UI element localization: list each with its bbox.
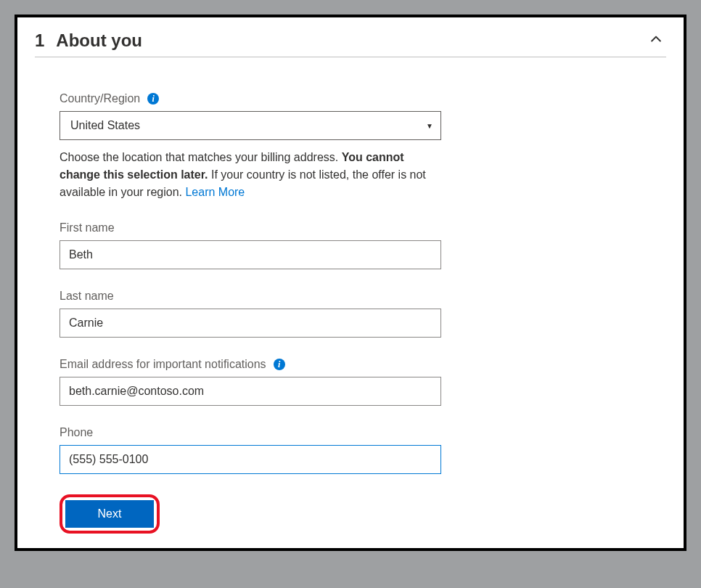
info-icon[interactable]: i (147, 93, 159, 105)
highlight-ring: Next (60, 494, 160, 534)
about-you-panel: 1 About you Country/Region i United Stat… (17, 17, 684, 548)
country-region-label: Country/Region (60, 92, 140, 105)
phone-group: Phone (60, 426, 441, 474)
button-row: Next (60, 494, 441, 534)
email-label-row: Email address for important notification… (60, 358, 441, 371)
info-icon[interactable]: i (274, 359, 285, 370)
email-label: Email address for important notification… (60, 358, 266, 371)
last-name-input[interactable] (60, 309, 441, 338)
learn-more-link[interactable]: Learn More (185, 186, 245, 198)
window-frame: 1 About you Country/Region i United Stat… (15, 15, 686, 551)
country-region-helper: Choose the location that matches your bi… (60, 149, 441, 201)
last-name-label: Last name (60, 290, 441, 303)
first-name-label: First name (60, 221, 441, 234)
country-region-select[interactable]: United States ▼ (60, 111, 441, 140)
step-number: 1 (35, 30, 44, 51)
first-name-input[interactable] (60, 240, 441, 269)
first-name-group: First name (60, 221, 441, 269)
form-body: Country/Region i United States ▼ Choose … (35, 92, 441, 534)
section-header: 1 About you (35, 30, 666, 57)
country-region-group: Country/Region i United States ▼ Choose … (60, 92, 441, 201)
email-group: Email address for important notification… (60, 358, 441, 406)
phone-label: Phone (60, 426, 441, 439)
next-button[interactable]: Next (65, 500, 154, 528)
section-title: About you (56, 30, 142, 51)
last-name-group: Last name (60, 290, 441, 338)
email-input[interactable] (60, 377, 441, 406)
collapse-chevron-up-icon[interactable] (649, 32, 663, 49)
country-region-selected-value: United States (70, 119, 140, 132)
chevron-down-icon: ▼ (426, 122, 433, 130)
country-region-label-row: Country/Region i (60, 92, 441, 105)
phone-input[interactable] (60, 445, 441, 474)
helper-pre: Choose the location that matches your bi… (60, 151, 342, 163)
